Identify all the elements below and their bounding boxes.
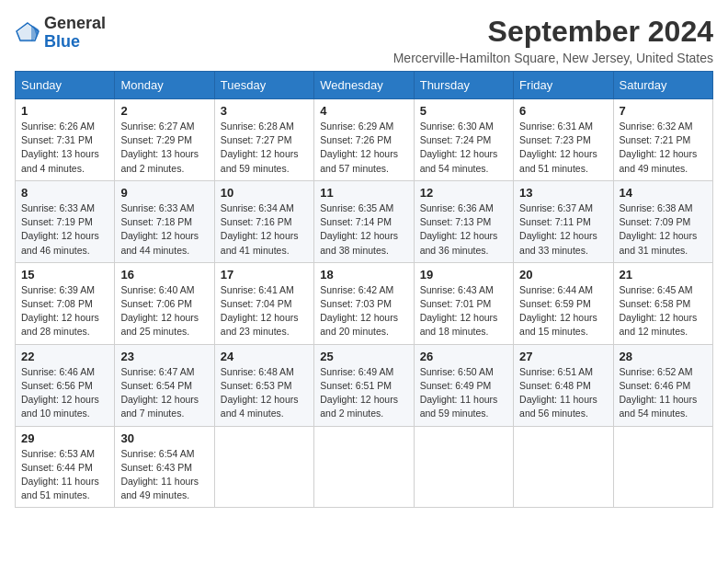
logo-blue: Blue [44, 32, 80, 51]
day-info: Sunrise: 6:42 AMSunset: 7:03 PMDaylight:… [320, 284, 398, 338]
cell-week3-day1: 16 Sunrise: 6:40 AMSunset: 7:06 PMDaylig… [115, 262, 214, 344]
cell-week5-day1: 30 Sunrise: 6:54 AMSunset: 6:43 PMDaylig… [115, 426, 214, 508]
logo: General Blue [15, 15, 106, 52]
day-number: 26 [420, 350, 507, 363]
cell-week1-day2: 3 Sunrise: 6:28 AMSunset: 7:27 PMDayligh… [214, 99, 313, 181]
cell-week2-day6: 14 Sunrise: 6:38 AMSunset: 7:09 PMDaylig… [613, 180, 712, 262]
cell-week3-day5: 20 Sunrise: 6:44 AMSunset: 6:59 PMDaylig… [514, 262, 613, 344]
cell-week4-day0: 22 Sunrise: 6:46 AMSunset: 6:56 PMDaylig… [16, 344, 115, 426]
col-wednesday: Wednesday [314, 72, 414, 99]
day-number: 10 [221, 186, 308, 200]
cell-week1-day5: 6 Sunrise: 6:31 AMSunset: 7:23 PMDayligh… [514, 99, 613, 181]
col-thursday: Thursday [414, 72, 513, 99]
day-info: Sunrise: 6:44 AMSunset: 6:59 PMDaylight:… [519, 284, 597, 338]
cell-week5-day4 [414, 426, 513, 508]
cell-week3-day2: 17 Sunrise: 6:41 AMSunset: 7:04 PMDaylig… [214, 262, 313, 344]
day-number: 19 [420, 268, 507, 282]
day-info: Sunrise: 6:40 AMSunset: 7:06 PMDaylight:… [120, 284, 199, 338]
day-number: 4 [320, 104, 407, 118]
day-info: Sunrise: 6:28 AMSunset: 7:27 PMDaylight:… [221, 121, 299, 174]
day-number: 27 [519, 350, 607, 363]
col-sunday: Sunday [16, 72, 115, 99]
day-number: 8 [21, 186, 108, 200]
day-number: 3 [221, 104, 308, 118]
cell-week2-day5: 13 Sunrise: 6:37 AMSunset: 7:11 PMDaylig… [514, 180, 613, 262]
day-number: 15 [21, 268, 108, 282]
day-number: 13 [519, 186, 607, 200]
cell-week1-day1: 2 Sunrise: 6:27 AMSunset: 7:29 PMDayligh… [115, 99, 214, 181]
day-number: 29 [21, 431, 108, 445]
day-info: Sunrise: 6:49 AMSunset: 6:51 PMDaylight:… [320, 366, 398, 419]
calendar-header: Sunday Monday Tuesday Wednesday Thursday… [16, 72, 713, 99]
day-info: Sunrise: 6:38 AMSunset: 7:09 PMDaylight:… [620, 202, 698, 256]
cell-week5-day0: 29 Sunrise: 6:53 AMSunset: 6:44 PMDaylig… [16, 426, 115, 508]
logo-icon [15, 20, 40, 46]
cell-week1-day6: 7 Sunrise: 6:32 AMSunset: 7:21 PMDayligh… [613, 99, 712, 181]
cell-week1-day3: 4 Sunrise: 6:29 AMSunset: 7:26 PMDayligh… [314, 99, 414, 181]
day-info: Sunrise: 6:47 AMSunset: 6:54 PMDaylight:… [120, 366, 199, 419]
cell-week3-day6: 21 Sunrise: 6:45 AMSunset: 6:58 PMDaylig… [613, 262, 712, 344]
cell-week2-day4: 12 Sunrise: 6:36 AMSunset: 7:13 PMDaylig… [414, 180, 513, 262]
day-info: Sunrise: 6:54 AMSunset: 6:43 PMDaylight:… [120, 448, 199, 501]
day-number: 1 [21, 104, 108, 118]
day-number: 11 [320, 186, 407, 200]
cell-week1-day4: 5 Sunrise: 6:30 AMSunset: 7:24 PMDayligh… [414, 99, 513, 181]
day-info: Sunrise: 6:33 AMSunset: 7:19 PMDaylight:… [21, 202, 99, 256]
day-info: Sunrise: 6:48 AMSunset: 6:53 PMDaylight:… [221, 366, 299, 419]
cell-week4-day4: 26 Sunrise: 6:50 AMSunset: 6:49 PMDaylig… [414, 344, 513, 426]
day-number: 18 [320, 268, 407, 282]
col-tuesday: Tuesday [214, 72, 313, 99]
month-title: September 2024 [393, 15, 713, 49]
day-number: 16 [120, 268, 208, 282]
day-info: Sunrise: 6:52 AMSunset: 6:46 PMDaylight:… [620, 366, 698, 419]
day-info: Sunrise: 6:26 AMSunset: 7:31 PMDaylight:… [21, 121, 99, 174]
col-saturday: Saturday [613, 72, 712, 99]
cell-week2-day3: 11 Sunrise: 6:35 AMSunset: 7:14 PMDaylig… [314, 180, 414, 262]
day-number: 24 [221, 350, 308, 363]
day-info: Sunrise: 6:37 AMSunset: 7:11 PMDaylight:… [519, 202, 597, 256]
day-info: Sunrise: 6:27 AMSunset: 7:29 PMDaylight:… [120, 121, 199, 174]
location-subtitle: Mercerville-Hamilton Square, New Jersey,… [393, 51, 713, 65]
cell-week5-day3 [314, 426, 414, 508]
day-number: 25 [320, 350, 407, 363]
cell-week4-day5: 27 Sunrise: 6:51 AMSunset: 6:48 PMDaylig… [514, 344, 613, 426]
cell-week4-day6: 28 Sunrise: 6:52 AMSunset: 6:46 PMDaylig… [613, 344, 712, 426]
cell-week2-day1: 9 Sunrise: 6:33 AMSunset: 7:18 PMDayligh… [115, 180, 214, 262]
cell-week2-day0: 8 Sunrise: 6:33 AMSunset: 7:19 PMDayligh… [16, 180, 115, 262]
day-number: 20 [519, 268, 607, 282]
day-number: 23 [120, 350, 208, 363]
day-number: 30 [120, 431, 208, 445]
calendar-body: 1 Sunrise: 6:26 AMSunset: 7:31 PMDayligh… [16, 99, 713, 508]
day-number: 9 [120, 186, 208, 200]
day-info: Sunrise: 6:30 AMSunset: 7:24 PMDaylight:… [420, 121, 498, 174]
col-friday: Friday [514, 72, 613, 99]
day-info: Sunrise: 6:29 AMSunset: 7:26 PMDaylight:… [320, 121, 398, 174]
day-number: 17 [221, 268, 308, 282]
week-row-4: 22 Sunrise: 6:46 AMSunset: 6:56 PMDaylig… [16, 344, 713, 426]
cell-week4-day1: 23 Sunrise: 6:47 AMSunset: 6:54 PMDaylig… [115, 344, 214, 426]
day-number: 5 [420, 104, 507, 118]
cell-week2-day2: 10 Sunrise: 6:34 AMSunset: 7:16 PMDaylig… [214, 180, 313, 262]
logo-wordmark: General Blue [44, 15, 106, 52]
cell-week3-day3: 18 Sunrise: 6:42 AMSunset: 7:03 PMDaylig… [314, 262, 414, 344]
day-info: Sunrise: 6:36 AMSunset: 7:13 PMDaylight:… [420, 202, 498, 256]
cell-week3-day4: 19 Sunrise: 6:43 AMSunset: 7:01 PMDaylig… [414, 262, 513, 344]
day-info: Sunrise: 6:33 AMSunset: 7:18 PMDaylight:… [120, 202, 199, 256]
cell-week1-day0: 1 Sunrise: 6:26 AMSunset: 7:31 PMDayligh… [16, 99, 115, 181]
day-number: 2 [120, 104, 208, 118]
day-info: Sunrise: 6:50 AMSunset: 6:49 PMDaylight:… [420, 366, 498, 419]
header-row: Sunday Monday Tuesday Wednesday Thursday… [16, 72, 713, 99]
day-number: 14 [620, 186, 707, 200]
day-number: 22 [21, 350, 108, 363]
week-row-2: 8 Sunrise: 6:33 AMSunset: 7:19 PMDayligh… [16, 180, 713, 262]
week-row-1: 1 Sunrise: 6:26 AMSunset: 7:31 PMDayligh… [16, 99, 713, 181]
cell-week4-day2: 24 Sunrise: 6:48 AMSunset: 6:53 PMDaylig… [214, 344, 313, 426]
title-area: September 2024 Mercerville-Hamilton Squa… [393, 15, 713, 65]
day-number: 21 [620, 268, 707, 282]
day-info: Sunrise: 6:43 AMSunset: 7:01 PMDaylight:… [420, 284, 498, 338]
day-info: Sunrise: 6:31 AMSunset: 7:23 PMDaylight:… [519, 121, 597, 174]
cell-week4-day3: 25 Sunrise: 6:49 AMSunset: 6:51 PMDaylig… [314, 344, 414, 426]
day-info: Sunrise: 6:45 AMSunset: 6:58 PMDaylight:… [620, 284, 698, 338]
day-number: 6 [519, 104, 607, 118]
calendar-table: Sunday Monday Tuesday Wednesday Thursday… [15, 71, 713, 508]
